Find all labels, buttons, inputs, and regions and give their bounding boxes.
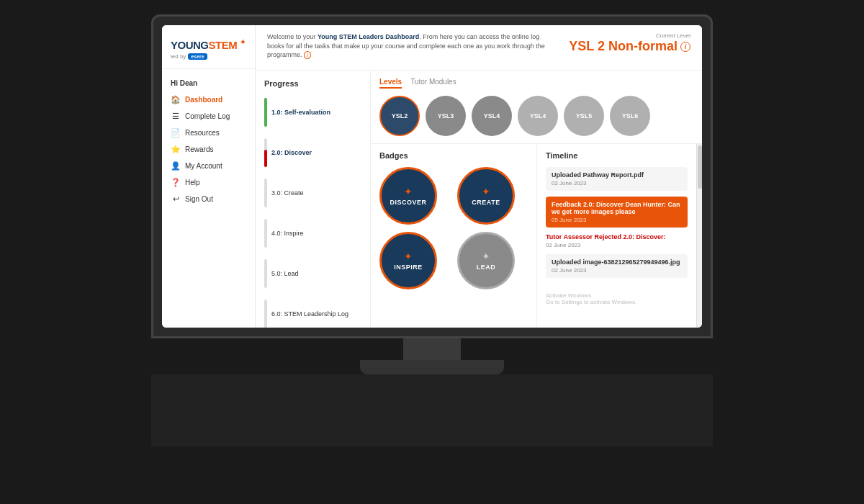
timeline-upload-2-title: Uploaded image-638212965279949496.jpg bbox=[552, 258, 682, 266]
logo-area: YOUNGSTEM ✦ led by esere bbox=[162, 32, 255, 69]
tab-tutor-modules[interactable]: Tutor Modules bbox=[410, 78, 456, 89]
ysl-btn-6[interactable]: YSL6 bbox=[610, 96, 650, 136]
timeline-section: Timeline Uploaded Pathway Report.pdf 02 … bbox=[536, 144, 696, 328]
sidebar: YOUNGSTEM ✦ led by esere Hi Dean 🏠 Dashb… bbox=[162, 25, 256, 328]
progress-item-self-eval[interactable]: 1.0: Self-evaluation bbox=[264, 95, 361, 130]
progress-item-create[interactable]: 3.0: Create bbox=[264, 176, 361, 210]
progress-panel: Progress 1.0: Self-evaluation bbox=[256, 71, 371, 328]
badge-create-icon: ✦ bbox=[482, 186, 490, 197]
timeline-item-1: Feedback 2.0: Discover Dean Hunter: Can … bbox=[546, 197, 688, 228]
badges-section: Badges ✦ DISCOVER ✦ CREATE bbox=[371, 144, 536, 328]
progress-label-inspire: 4.0: Inspire bbox=[271, 230, 304, 237]
progress-title: Progress bbox=[264, 79, 361, 88]
timeline-title: Timeline bbox=[546, 151, 688, 160]
timeline-card-feedback: Feedback 2.0: Discover Dean Hunter: Can … bbox=[546, 197, 688, 228]
user-greeting: Hi Dean bbox=[162, 75, 255, 91]
tab-levels[interactable]: Levels bbox=[379, 78, 402, 89]
badge-create-label: CREATE bbox=[472, 199, 500, 206]
timeline-item-2: Tutor Assessor Rejected 2.0: Discover: 0… bbox=[546, 233, 688, 248]
current-level-label: Current Level bbox=[569, 32, 690, 39]
badge-discover[interactable]: ✦ DISCOVER bbox=[379, 167, 437, 225]
progress-bar-inspire bbox=[264, 219, 267, 248]
timeline-upload-1-title: Uploaded Pathway Report.pdf bbox=[552, 171, 682, 179]
logo: YOUNGSTEM ✦ bbox=[171, 38, 246, 52]
nav-menu: 🏠 Dashboard ☰ Complete Log 📄 Resources bbox=[162, 91, 255, 207]
progress-label-self-eval: 1.0: Self-evaluation bbox=[271, 109, 330, 116]
complete-log-icon: ☰ bbox=[171, 112, 181, 121]
monitor-base bbox=[360, 360, 504, 374]
progress-label-lead: 5.0: Lead bbox=[271, 270, 299, 277]
esero-badge: esere bbox=[188, 53, 207, 60]
timeline-item-0: Uploaded Pathway Report.pdf 02 June 2023 bbox=[546, 167, 688, 191]
progress-label-stem-log: 6.0: STEM Leadership Log bbox=[271, 310, 348, 318]
progress-bar-stem-log bbox=[264, 300, 267, 328]
ysl-btn-2[interactable]: YSL2 bbox=[379, 96, 420, 136]
badges-grid: ✦ DISCOVER ✦ CREATE ✦ bbox=[379, 167, 528, 289]
ysl-btn-4b[interactable]: YSL4 bbox=[518, 96, 558, 136]
nav-item-sign-out[interactable]: ↩ Sign Out bbox=[162, 191, 255, 207]
progress-label-discover: 2.0: Discover bbox=[271, 149, 312, 156]
nav-item-dashboard[interactable]: 🏠 Dashboard bbox=[162, 91, 255, 108]
scrollbar-thumb bbox=[698, 145, 702, 189]
levels-tabs: Levels Tutor Modules bbox=[379, 78, 693, 89]
watermark-text: Activate WindowsGo to Settings to activa… bbox=[546, 292, 688, 305]
timeline-card-upload-1: Uploaded Pathway Report.pdf 02 June 2023 bbox=[546, 167, 688, 191]
main-content: Welcome to your Young STEM Leaders Dashb… bbox=[256, 25, 702, 328]
timeline-feedback-title: Feedback 2.0: Discover Dean Hunter: Can … bbox=[552, 201, 682, 215]
timeline-upload-2-date: 02 June 2023 bbox=[552, 267, 682, 274]
badge-lead[interactable]: ✦ LEAD bbox=[457, 232, 515, 289]
badge-inspire-icon: ✦ bbox=[404, 251, 413, 262]
progress-bar-lead bbox=[264, 259, 267, 288]
timeline-card-upload-2: Uploaded image-638212965279949496.jpg 02… bbox=[546, 254, 688, 278]
badge-lead-label: LEAD bbox=[477, 264, 496, 271]
nav-item-complete-log[interactable]: ☰ Complete Log bbox=[162, 108, 255, 125]
top-header: Welcome to your Young STEM Leaders Dashb… bbox=[256, 25, 702, 71]
timeline-rejected-title: Tutor Assessor Rejected 2.0: Discover: bbox=[546, 233, 688, 240]
badges-title: Badges bbox=[379, 151, 528, 160]
logo-led: led by esere bbox=[171, 53, 246, 60]
progress-bar-self-eval bbox=[264, 98, 267, 127]
timeline-rejected-date: 02 June 2023 bbox=[546, 242, 688, 248]
progress-bar-create bbox=[264, 179, 267, 207]
progress-label-create: 3.0: Create bbox=[271, 189, 304, 197]
help-icon: ❓ bbox=[171, 178, 181, 187]
badge-lead-icon: ✦ bbox=[482, 251, 490, 262]
sign-out-icon: ↩ bbox=[171, 194, 181, 204]
progress-bar-discover bbox=[264, 138, 267, 167]
progress-item-discover[interactable]: 2.0: Discover bbox=[264, 135, 361, 170]
progress-item-inspire[interactable]: 4.0: Inspire bbox=[264, 216, 361, 251]
nav-item-my-account[interactable]: 👤 My Account bbox=[162, 158, 255, 174]
level-info-icon[interactable]: i bbox=[680, 42, 690, 52]
monitor-neck bbox=[403, 338, 461, 360]
nav-item-resources[interactable]: 📄 Resources bbox=[162, 125, 255, 141]
timeline-scrollbar[interactable] bbox=[696, 144, 702, 328]
badges-timeline: Badges ✦ DISCOVER ✦ CREATE bbox=[371, 144, 702, 328]
desktop-area bbox=[151, 374, 713, 446]
badge-discover-label: DISCOVER bbox=[390, 199, 426, 206]
current-level-title: YSL 2 Non-formal i bbox=[569, 39, 690, 54]
my-account-icon: 👤 bbox=[171, 161, 181, 171]
timeline-upload-1-date: 02 June 2023 bbox=[552, 180, 682, 186]
ysl-buttons: YSL2 YSL3 YSL4 YSL4 bbox=[379, 96, 693, 136]
badge-discover-icon: ✦ bbox=[404, 186, 413, 197]
progress-item-lead[interactable]: 5.0: Lead bbox=[264, 256, 361, 291]
badge-inspire-label: INSPIRE bbox=[394, 264, 423, 271]
right-panel: Levels Tutor Modules YSL2 YSL3 bbox=[371, 71, 702, 328]
timeline-feedback-date: 05 June 2023 bbox=[552, 217, 682, 223]
badge-inspire[interactable]: ✦ INSPIRE bbox=[379, 232, 437, 289]
welcome-text: Welcome to your Young STEM Leaders Dashb… bbox=[267, 32, 554, 60]
resources-icon: 📄 bbox=[171, 128, 181, 138]
content-area: Progress 1.0: Self-evaluation bbox=[256, 71, 702, 328]
ysl-btn-5[interactable]: YSL5 bbox=[564, 96, 604, 136]
levels-section: Levels Tutor Modules YSL2 YSL3 bbox=[371, 71, 702, 144]
rewards-icon: ⭐ bbox=[171, 145, 181, 154]
nav-item-rewards[interactable]: ⭐ Rewards bbox=[162, 141, 255, 158]
progress-item-stem-log[interactable]: 6.0: STEM Leadership Log bbox=[264, 297, 361, 328]
timeline-item-3: Uploaded image-638212965279949496.jpg 02… bbox=[546, 254, 688, 278]
dashboard-icon: 🏠 bbox=[171, 95, 181, 104]
ysl-btn-3[interactable]: YSL3 bbox=[426, 96, 466, 136]
badge-create[interactable]: ✦ CREATE bbox=[457, 167, 515, 225]
nav-item-help[interactable]: ❓ Help bbox=[162, 174, 255, 191]
ysl-btn-4a[interactable]: YSL4 bbox=[472, 96, 512, 136]
